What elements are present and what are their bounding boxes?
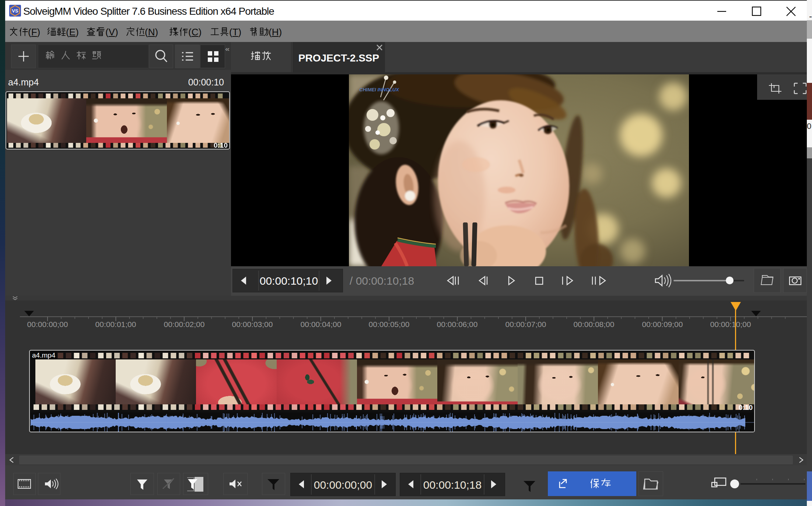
svg-text:CHIMEI INNOLUX: CHIMEI INNOLUX (359, 87, 399, 92)
svg-text:VS: VS (12, 8, 18, 14)
